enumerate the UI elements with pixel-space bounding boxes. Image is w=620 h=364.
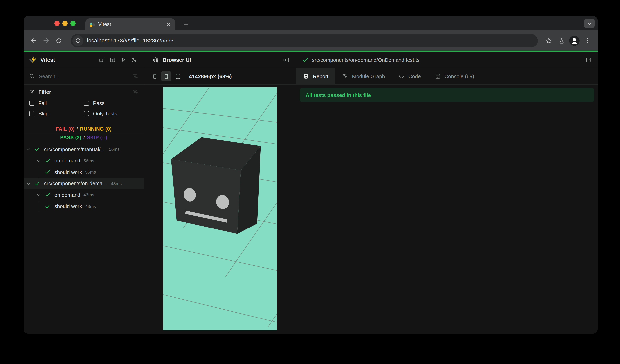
- filter-option-skip[interactable]: Skip: [29, 111, 83, 116]
- test-file-row[interactable]: src/components/manual/… 56ms: [24, 144, 144, 155]
- tab-search-chevron-button[interactable]: [584, 19, 595, 28]
- experiments-flask-icon[interactable]: [555, 34, 568, 47]
- dashboard-icon[interactable]: [108, 55, 117, 65]
- filter-options: Fail Pass Skip Only Tests: [29, 100, 138, 116]
- vitest-favicon-icon: [89, 21, 95, 27]
- test-suite-row[interactable]: on demand 43ms: [24, 189, 144, 201]
- test-status-summary: FAIL (0) / RUNNING (0) PASS (2) / SKIP (…: [24, 125, 144, 142]
- status-separator: /: [77, 126, 78, 132]
- tab-console[interactable]: Console (69): [428, 68, 481, 84]
- dark-mode-moon-icon[interactable]: [129, 55, 139, 65]
- sidebar: Vitest: [24, 52, 144, 334]
- tab-module-graph[interactable]: Module Graph: [335, 68, 392, 84]
- running-count: RUNNING (0): [80, 126, 112, 132]
- tab-label: Console (69): [444, 73, 474, 79]
- test-label: should work: [54, 203, 82, 209]
- tab-strip: Vitest: [24, 16, 598, 30]
- close-window-button[interactable]: [54, 21, 60, 26]
- viewport-size-label[interactable]: 414x896px (68%): [189, 73, 232, 79]
- tested-app-viewport[interactable]: [163, 87, 277, 331]
- pass-check-icon: [45, 158, 50, 164]
- tab-report[interactable]: Report: [296, 68, 335, 84]
- module-graph-icon: [342, 73, 348, 79]
- url-text[interactable]: localhost:5173/#/?file=1828625563: [87, 38, 174, 44]
- test-suite-row[interactable]: on demand 56ms: [24, 155, 144, 166]
- pass-check-icon: [45, 192, 50, 198]
- pass-check-icon: [34, 181, 40, 186]
- test-file-row-selected[interactable]: src/components/on-dema… 43ms: [24, 178, 144, 189]
- new-tab-button[interactable]: [180, 18, 191, 29]
- address-bar[interactable]: localhost:5173/#/?file=1828625563: [71, 34, 538, 47]
- filter-title: Filter: [38, 89, 132, 95]
- screen: Vitest: [0, 0, 620, 364]
- test-case-row[interactable]: should work 43ms: [24, 201, 144, 212]
- filter-section: Filter Fail Pass: [24, 85, 144, 122]
- test-duration: 56ms: [83, 159, 94, 163]
- test-duration: 43ms: [85, 204, 96, 209]
- tab-code[interactable]: Code: [392, 68, 428, 84]
- clear-search-filter-icon[interactable]: [132, 73, 138, 79]
- pass-check-icon: [302, 57, 309, 63]
- tab-label: Module Graph: [352, 73, 385, 79]
- browser-menu-icon[interactable]: [581, 34, 594, 47]
- search-row: [24, 68, 144, 85]
- browser-toolbar: localhost:5173/#/?file=1828625563: [24, 30, 598, 51]
- open-external-icon[interactable]: [585, 57, 592, 63]
- minimize-window-button[interactable]: [62, 21, 67, 26]
- reload-button[interactable]: [52, 34, 65, 47]
- checkbox-only-tests[interactable]: [84, 111, 89, 116]
- filter-option-pass[interactable]: Pass: [83, 100, 138, 106]
- dock-panel-right-icon[interactable]: [281, 55, 291, 65]
- test-case-row[interactable]: should work 55ms: [24, 166, 144, 178]
- tab-label: Code: [408, 73, 421, 79]
- bookmark-star-icon[interactable]: [542, 34, 555, 47]
- report-panel: src/components/on-demand/OnDemand.test.t…: [296, 52, 598, 334]
- checkbox-skip[interactable]: [29, 111, 34, 116]
- chevron-down-icon[interactable]: [26, 147, 31, 152]
- indent-guide: [39, 202, 39, 212]
- device-phone-small-icon[interactable]: [150, 72, 159, 81]
- zoom-window-button[interactable]: [70, 21, 76, 26]
- preview-body: [144, 85, 296, 334]
- tab-label: Report: [313, 73, 328, 79]
- pass-check-icon: [45, 204, 50, 209]
- search-icon: [29, 73, 35, 79]
- device-tablet-icon[interactable]: [173, 72, 183, 81]
- filter-option-only-tests[interactable]: Only Tests: [83, 111, 138, 116]
- filter-label: Only Tests: [93, 111, 117, 116]
- globe-icon: [152, 57, 159, 63]
- filter-label: Fail: [38, 100, 47, 106]
- collapse-panels-icon[interactable]: [97, 55, 107, 65]
- filter-option-fail[interactable]: Fail: [29, 100, 83, 106]
- test-tree: src/components/manual/… 56ms on demand 5…: [24, 144, 144, 212]
- window-controls: [54, 21, 76, 26]
- device-toolbar: 414x896px (68%): [144, 68, 296, 85]
- preview-header: Browser UI: [144, 52, 296, 68]
- chevron-down-icon[interactable]: [26, 181, 31, 186]
- clear-filters-icon[interactable]: [132, 89, 138, 95]
- chevron-down-icon[interactable]: [36, 192, 42, 198]
- filter-label: Pass: [93, 100, 105, 106]
- report-tabs: Report Module Graph: [296, 68, 598, 85]
- browser-tab[interactable]: Vitest: [85, 18, 175, 30]
- indent-guide: [29, 190, 29, 212]
- search-input[interactable]: [39, 73, 132, 79]
- test-label: on demand: [54, 158, 80, 164]
- device-phone-plus-icon[interactable]: [161, 71, 171, 81]
- run-all-play-icon[interactable]: [119, 55, 128, 65]
- sidebar-header: Vitest: [24, 52, 144, 68]
- checkbox-fail[interactable]: [29, 101, 34, 106]
- pass-check-icon: [45, 169, 50, 175]
- back-button[interactable]: [27, 34, 40, 47]
- filter-funnel-icon: [29, 89, 35, 95]
- status-separator: /: [83, 135, 85, 140]
- clipboard-icon: [303, 73, 309, 79]
- site-info-icon[interactable]: [72, 35, 83, 46]
- close-tab-icon[interactable]: [165, 21, 172, 28]
- chevron-down-icon[interactable]: [36, 158, 42, 164]
- profile-avatar[interactable]: [569, 35, 580, 46]
- checkbox-pass[interactable]: [84, 101, 89, 106]
- robot-cube-scene: [163, 87, 277, 331]
- forward-button[interactable]: [40, 34, 52, 47]
- pass-count: PASS (2): [60, 135, 81, 140]
